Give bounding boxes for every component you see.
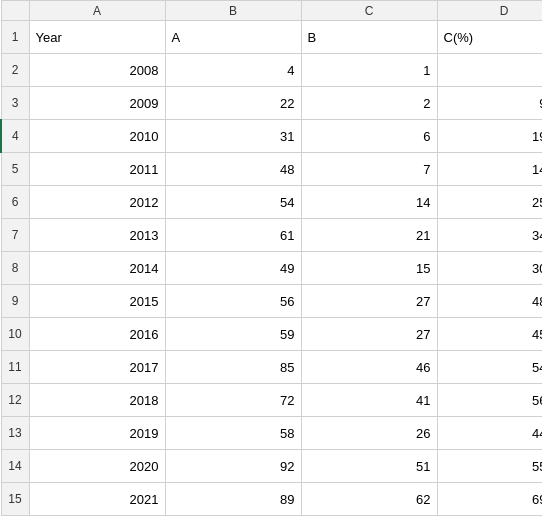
- cell-year-10[interactable]: 2016: [29, 318, 165, 351]
- table-row: 13 2019 58 26 44.83: [1, 417, 542, 450]
- row-num-15: 15: [1, 483, 29, 516]
- row-num-10: 10: [1, 318, 29, 351]
- cell-b-2[interactable]: 1: [301, 54, 437, 87]
- cell-year-7[interactable]: 2013: [29, 219, 165, 252]
- cell-a-2[interactable]: 4: [165, 54, 301, 87]
- row-num-8: 8: [1, 252, 29, 285]
- cell-b-10[interactable]: 27: [301, 318, 437, 351]
- cell-year-12[interactable]: 2018: [29, 384, 165, 417]
- cell-year-14[interactable]: 2020: [29, 450, 165, 483]
- cell-d-2[interactable]: 25: [437, 54, 542, 87]
- col-header-B[interactable]: B: [165, 1, 301, 21]
- cell-year-15[interactable]: 2021: [29, 483, 165, 516]
- row-num-14: 14: [1, 450, 29, 483]
- cell-a-12[interactable]: 72: [165, 384, 301, 417]
- cell-a-14[interactable]: 92: [165, 450, 301, 483]
- cell-year-11[interactable]: 2017: [29, 351, 165, 384]
- table-row: 11 2017 85 46 54.12: [1, 351, 542, 384]
- cell-a-7[interactable]: 61: [165, 219, 301, 252]
- cell-a-4[interactable]: 31: [165, 120, 301, 153]
- cell-d-7[interactable]: 34.43: [437, 219, 542, 252]
- spreadsheet: A B C D 1 Year A B C(%) 2 2008 4 1 25 3 …: [0, 0, 542, 516]
- cell-b-14[interactable]: 51: [301, 450, 437, 483]
- cell-d-8[interactable]: 30.61: [437, 252, 542, 285]
- cell-year-9[interactable]: 2015: [29, 285, 165, 318]
- header-a[interactable]: A: [165, 21, 301, 54]
- header-b[interactable]: B: [301, 21, 437, 54]
- row-num-13: 13: [1, 417, 29, 450]
- column-header-row: A B C D: [1, 1, 542, 21]
- row-num-5: 5: [1, 153, 29, 186]
- cell-year-13[interactable]: 2019: [29, 417, 165, 450]
- corner-cell: [1, 1, 29, 21]
- table-row: 10 2016 59 27 45.76: [1, 318, 542, 351]
- row-num-2: 2: [1, 54, 29, 87]
- cell-d-3[interactable]: 9.09: [437, 87, 542, 120]
- cell-a-13[interactable]: 58: [165, 417, 301, 450]
- row-num-6: 6: [1, 186, 29, 219]
- cell-b-8[interactable]: 15: [301, 252, 437, 285]
- cell-a-6[interactable]: 54: [165, 186, 301, 219]
- table-row: 3 2009 22 2 9.09: [1, 87, 542, 120]
- cell-d-9[interactable]: 48.21: [437, 285, 542, 318]
- row-num-12: 12: [1, 384, 29, 417]
- row-num-1: 1: [1, 21, 29, 54]
- cell-b-7[interactable]: 21: [301, 219, 437, 252]
- table-row: 12 2018 72 41 56.94: [1, 384, 542, 417]
- cell-year-3[interactable]: 2009: [29, 87, 165, 120]
- cell-b-15[interactable]: 62: [301, 483, 437, 516]
- cell-b-9[interactable]: 27: [301, 285, 437, 318]
- cell-b-5[interactable]: 7: [301, 153, 437, 186]
- header-year[interactable]: Year: [29, 21, 165, 54]
- cell-a-15[interactable]: 89: [165, 483, 301, 516]
- table-row: 5 2011 48 7 14.58: [1, 153, 542, 186]
- cell-b-6[interactable]: 14: [301, 186, 437, 219]
- cell-b-3[interactable]: 2: [301, 87, 437, 120]
- col-header-C[interactable]: C: [301, 1, 437, 21]
- cell-d-14[interactable]: 55.43: [437, 450, 542, 483]
- cell-a-11[interactable]: 85: [165, 351, 301, 384]
- cell-b-11[interactable]: 46: [301, 351, 437, 384]
- col-header-D[interactable]: D: [437, 1, 542, 21]
- data-body: 2 2008 4 1 25 3 2009 22 2 9.09 4 2010 31…: [1, 54, 542, 516]
- data-header-row: 1 Year A B C(%): [1, 21, 542, 54]
- cell-year-2[interactable]: 2008: [29, 54, 165, 87]
- cell-d-11[interactable]: 54.12: [437, 351, 542, 384]
- cell-b-13[interactable]: 26: [301, 417, 437, 450]
- cell-year-5[interactable]: 2011: [29, 153, 165, 186]
- table-row: 4 2010 31 6 19.35: [1, 120, 542, 153]
- cell-year-8[interactable]: 2014: [29, 252, 165, 285]
- table-row: 6 2012 54 14 25.93: [1, 186, 542, 219]
- cell-d-5[interactable]: 14.58: [437, 153, 542, 186]
- header-d[interactable]: C(%): [437, 21, 542, 54]
- cell-a-9[interactable]: 56: [165, 285, 301, 318]
- row-num-4: 4: [1, 120, 29, 153]
- row-num-11: 11: [1, 351, 29, 384]
- cell-year-6[interactable]: 2012: [29, 186, 165, 219]
- cell-a-10[interactable]: 59: [165, 318, 301, 351]
- table-row: 14 2020 92 51 55.43: [1, 450, 542, 483]
- cell-b-12[interactable]: 41: [301, 384, 437, 417]
- table-row: 2 2008 4 1 25: [1, 54, 542, 87]
- table-row: 9 2015 56 27 48.21: [1, 285, 542, 318]
- cell-a-5[interactable]: 48: [165, 153, 301, 186]
- cell-a-3[interactable]: 22: [165, 87, 301, 120]
- cell-d-13[interactable]: 44.83: [437, 417, 542, 450]
- cell-d-12[interactable]: 56.94: [437, 384, 542, 417]
- cell-d-4[interactable]: 19.35: [437, 120, 542, 153]
- cell-d-10[interactable]: 45.76: [437, 318, 542, 351]
- table-row: 7 2013 61 21 34.43: [1, 219, 542, 252]
- cell-d-6[interactable]: 25.93: [437, 186, 542, 219]
- cell-a-8[interactable]: 49: [165, 252, 301, 285]
- table-row: 15 2021 89 62 69.66: [1, 483, 542, 516]
- table-row: 8 2014 49 15 30.61: [1, 252, 542, 285]
- row-num-3: 3: [1, 87, 29, 120]
- cell-d-15[interactable]: 69.66: [437, 483, 542, 516]
- row-num-7: 7: [1, 219, 29, 252]
- cell-b-4[interactable]: 6: [301, 120, 437, 153]
- cell-year-4[interactable]: 2010: [29, 120, 165, 153]
- col-header-A[interactable]: A: [29, 1, 165, 21]
- row-num-9: 9: [1, 285, 29, 318]
